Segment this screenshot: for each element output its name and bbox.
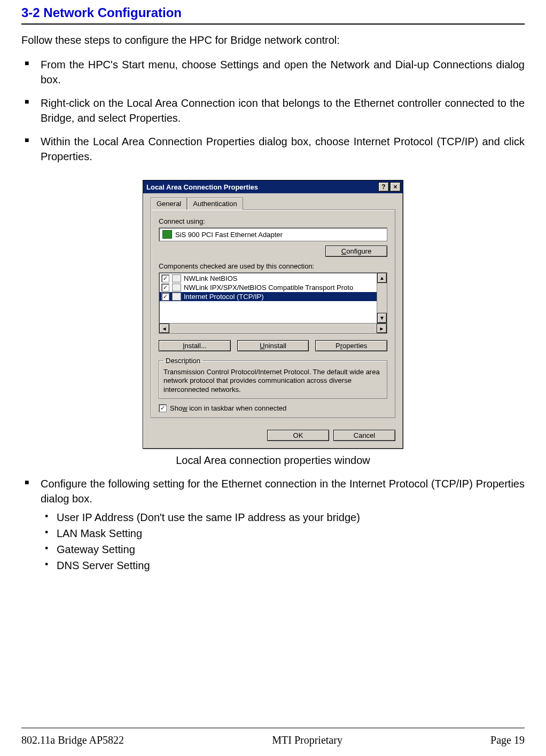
config-sublist: User IP Address (Don't use the same IP a… — [41, 509, 525, 573]
config-list: Configure the following setting for the … — [21, 476, 525, 573]
connect-using-label: Connect using: — [159, 217, 387, 225]
show-icon-checkbox-row[interactable]: ✓ Show icon in taskbar when connected — [159, 404, 387, 412]
component-label: Internet Protocol (TCP/IP) — [184, 293, 264, 301]
dialog-title: Local Area Connection Properties — [146, 183, 258, 191]
checkbox-icon[interactable]: ✓ — [159, 404, 167, 412]
dialog-titlebar[interactable]: Local Area Connection Properties ? × — [143, 180, 403, 193]
configure-button-rest: onfigure — [346, 247, 371, 255]
component-item-selected[interactable]: ✓ Internet Protocol (TCP/IP) — [159, 292, 377, 301]
components-label: Components checked are used by this conn… — [159, 262, 387, 270]
figure-container: Local Area Connection Properties ? × Gen… — [21, 180, 525, 449]
adapter-name: SiS 900 PCI Fast Ethernet Adapter — [175, 231, 283, 239]
steps-list: From the HPC's Start menu, choose Settin… — [21, 57, 525, 164]
protocol-icon — [172, 284, 181, 292]
figure-caption: Local Area connection properties window — [21, 454, 525, 467]
close-button[interactable]: × — [390, 182, 401, 192]
footer-right: Page 19 — [490, 734, 525, 746]
ok-button[interactable]: OK — [267, 430, 329, 441]
step-item: Right-click on the Local Area Connection… — [41, 96, 525, 125]
nic-icon — [162, 230, 172, 239]
description-text: Transmission Control Protocol/Internet P… — [163, 368, 383, 394]
sub-item: User IP Address (Don't use the same IP a… — [57, 509, 525, 525]
uninstall-button[interactable]: Uninstall — [237, 340, 309, 351]
help-button[interactable]: ? — [378, 182, 389, 192]
install-button[interactable]: Install... — [159, 340, 231, 351]
scroll-down-icon[interactable]: ▼ — [377, 313, 387, 323]
checkbox-icon[interactable]: ✓ — [161, 293, 169, 301]
config-item-text: Configure the following setting for the … — [41, 478, 525, 505]
page-footer: 802.11a Bridge AP5822 MTI Proprietary Pa… — [21, 734, 525, 746]
scroll-up-icon[interactable]: ▲ — [377, 273, 387, 283]
sub-item: Gateway Setting — [57, 541, 525, 557]
step-item: From the HPC's Start menu, choose Settin… — [41, 57, 525, 87]
tab-general[interactable]: General — [151, 198, 187, 210]
scroll-left-icon[interactable]: ◄ — [159, 324, 169, 333]
sub-item: LAN Mask Setting — [57, 525, 525, 541]
description-legend: Description — [163, 357, 202, 365]
adapter-field[interactable]: SiS 900 PCI Fast Ethernet Adapter — [159, 227, 387, 241]
config-item: Configure the following setting for the … — [41, 476, 525, 573]
tab-panel-general: Connect using: SiS 900 PCI Fast Ethernet… — [151, 209, 395, 418]
component-item[interactable]: ✓ NWLink NetBIOS — [159, 274, 377, 283]
footer-center: MTI Proprietary — [272, 734, 342, 746]
footer-left: 802.11a Bridge AP5822 — [21, 734, 124, 746]
properties-button[interactable]: Properties — [315, 340, 387, 351]
checkbox-icon[interactable]: ✓ — [161, 274, 169, 282]
checkbox-icon[interactable]: ✓ — [161, 284, 169, 292]
configure-button[interactable]: Configure — [325, 246, 387, 257]
protocol-icon — [172, 274, 181, 282]
document-page: 3-2 Network Configuration Follow these s… — [0, 0, 546, 756]
component-label: NWLink IPX/SPX/NetBIOS Compatible Transp… — [184, 284, 353, 292]
description-group: Description Transmission Control Protoco… — [159, 357, 387, 399]
step-item: Within the Local Area Connection Propert… — [41, 134, 525, 164]
properties-dialog: Local Area Connection Properties ? × Gen… — [143, 180, 403, 449]
vertical-scrollbar[interactable]: ▲ ▼ — [377, 273, 387, 323]
heading-rule — [21, 23, 525, 25]
component-label: NWLink NetBIOS — [184, 274, 237, 282]
section-heading: 3-2 Network Configuration — [21, 5, 525, 20]
scroll-right-icon[interactable]: ► — [377, 324, 387, 333]
sub-item: DNS Server Setting — [57, 557, 525, 573]
cancel-button[interactable]: Cancel — [333, 430, 395, 441]
components-listbox[interactable]: ✓ NWLink NetBIOS ✓ NWLink IPX/SPX/NetBIO… — [159, 272, 387, 334]
protocol-icon — [172, 293, 181, 301]
footer-rule — [21, 728, 525, 728]
horizontal-scrollbar[interactable]: ◄ ► — [159, 323, 387, 333]
intro-paragraph: Follow these steps to configure the HPC … — [21, 34, 525, 46]
tab-strip: General Authentication — [151, 198, 395, 210]
tab-authentication[interactable]: Authentication — [187, 198, 243, 210]
show-icon-label: Show icon in taskbar when connected — [170, 404, 286, 412]
component-item[interactable]: ✓ NWLink IPX/SPX/NetBIOS Compatible Tran… — [159, 283, 377, 292]
